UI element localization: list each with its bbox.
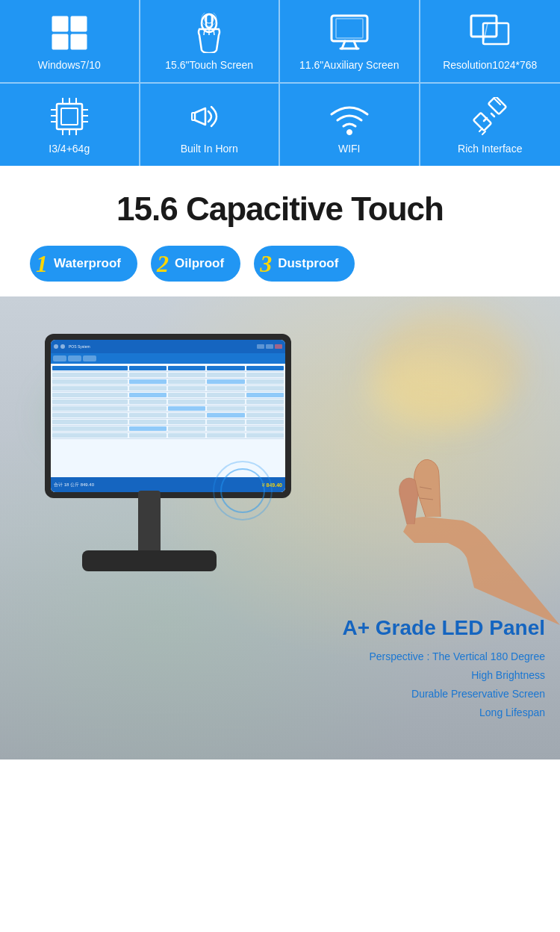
header-dot-1 [54,344,58,349]
badge-waterproof: 1 Waterproof [30,246,137,282]
table-row [52,432,284,439]
table-row [52,379,284,385]
windows-icon [49,13,90,52]
table-row [52,406,284,412]
feature-processor-label: I3/4+64g [49,142,90,155]
feature-aux-label: 11.6"Auxiliary Screen [299,58,399,72]
resolution-icon [469,13,511,52]
main-title: 15.6 Capacitive Touch [22,190,538,228]
badges-row: 1 Waterproof 2 Oilproof 3 Dustproof [22,246,538,282]
table-row [52,412,284,419]
badge-label-2: Oilproof [175,256,224,271]
feature-wifi-label: WIFI [338,142,361,155]
hand-area [276,386,560,625]
svg-rect-12 [336,19,363,38]
info-line-3: Durable Preservative Screen [342,685,545,703]
badge-number-3: 3 [260,252,272,276]
badge-oilproof: 2 Oilproof [151,246,240,282]
svg-line-8 [204,29,205,35]
svg-rect-1 [71,16,87,31]
svg-rect-2 [52,34,68,49]
table-row [52,372,284,379]
badge-number-2: 2 [157,252,169,276]
svg-line-43 [482,131,485,134]
table-header-row [52,365,284,372]
svg-line-38 [491,114,494,116]
pos-stand-base [82,550,217,571]
svg-line-41 [494,99,497,102]
feature-horn-label: Built In Horn [181,142,238,155]
touch-icon [188,13,230,52]
table-row [52,399,284,406]
wifi-icon [329,97,370,136]
feature-resolution: Resolution1024*768 [420,0,561,84]
badge-number-1: 1 [36,252,48,276]
feature-horn: Built In Horn [140,84,281,166]
pos-table [51,364,285,477]
svg-point-35 [346,130,352,135]
svg-rect-20 [61,108,78,125]
monitor-icon [329,13,370,52]
svg-line-42 [479,128,482,131]
pos-stand-neck [138,491,161,558]
feature-wifi: WIFI [280,84,420,166]
info-line-2: High Brightness [342,666,545,685]
speaker-icon [188,97,230,136]
badge-label-3: Dustproof [278,256,338,271]
middle-section: 15.6 Capacitive Touch 1 Waterproof 2 Oil… [0,168,560,282]
feature-processor: I3/4+64g [0,84,140,166]
toolbar-btn-1 [53,355,66,361]
chip-icon [49,97,90,136]
svg-line-39 [484,118,487,121]
toolbar-btn-3 [83,355,96,361]
svg-marker-33 [195,108,205,125]
svg-rect-3 [71,34,87,49]
feature-windows: Windows7/10 [0,0,140,84]
feature-interface: Rich Interface [420,84,561,166]
table-row [52,419,284,426]
feature-windows-label: Windows7/10 [38,58,101,72]
feature-interface-label: Rich Interface [458,142,522,155]
info-line-4: Long Lifespan [342,703,545,722]
feature-touch-label: 15.6"Touch Screen [165,58,253,72]
badge-dustproof: 3 Dustproof [254,246,355,282]
pos-screen-title: POS System [69,344,90,349]
svg-rect-11 [332,16,367,41]
features-grid: Windows7/10 15.6"Touch Screen [0,0,560,168]
info-title: A+ Grade LED Panel [342,616,545,640]
feature-resolution-label: Resolution1024*768 [443,58,537,72]
header-dot-2 [60,344,65,349]
table-row [52,392,284,399]
svg-rect-36 [488,97,506,114]
pos-toolbar [51,353,285,364]
table-row [52,385,284,392]
svg-rect-34 [192,113,195,120]
info-panel: A+ Grade LED Panel Perspective : The Ver… [342,616,545,723]
table-row [52,426,284,432]
svg-line-10 [214,29,214,35]
svg-rect-0 [52,16,68,31]
pos-section: POS System [0,296,560,759]
info-subtitle: Perspective : The Vertical 180 Degree Hi… [342,647,545,723]
info-line-1: Perspective : The Vertical 180 Degree [342,647,545,666]
toolbar-btn-2 [68,355,81,361]
touch-ripple-inner [220,468,265,513]
feature-touch: 15.6"Touch Screen [140,0,281,84]
pos-screen-header: POS System [51,340,285,353]
badge-label-1: Waterproof [54,256,121,271]
feature-aux-screen: 11.6"Auxiliary Screen [280,0,420,84]
plug-icon [469,97,511,136]
